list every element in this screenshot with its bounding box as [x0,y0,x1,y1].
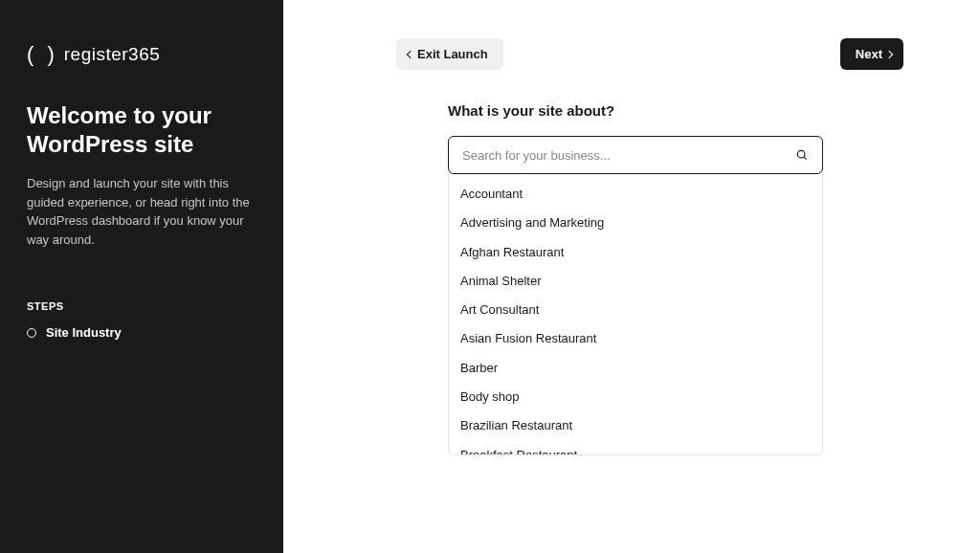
prompt-heading: What is your site about? [448,102,823,119]
dropdown-option[interactable]: Asian Fusion Restaurant [449,324,822,353]
top-bar: Exit Launch Next [396,38,903,70]
logo-mark-icon: ( ) [27,42,58,67]
dropdown-option[interactable]: Breakfast Restaurant [449,441,822,455]
steps-heading: STEPS [27,300,256,312]
dropdown-option[interactable]: Animal Shelter [449,267,822,296]
step-item-site-industry[interactable]: Site Industry [27,325,256,340]
search-input[interactable] [462,148,795,163]
step-radio-icon [27,328,36,338]
svg-line-1 [804,157,807,160]
content-area: What is your site about? Accountant Adve… [448,102,823,455]
brand-logo: ( ) register365 [27,42,256,67]
dropdown-option[interactable]: Barber [449,354,822,383]
exit-launch-button[interactable]: Exit Launch [396,38,503,70]
welcome-description: Design and launch your site with this gu… [27,174,256,249]
chevron-right-icon [885,50,893,57]
dropdown-option[interactable]: Advertising and Marketing [449,209,822,237]
search-field-wrapper[interactable] [448,136,823,174]
dropdown-option[interactable]: Accountant [449,174,822,209]
welcome-title: Welcome to your WordPress site [27,101,256,159]
next-label: Next [856,47,882,61]
dropdown-option[interactable]: Brazilian Restaurant [449,411,822,440]
main-panel: Exit Launch Next What is your site about… [283,0,980,553]
sidebar: ( ) register365 Welcome to your WordPres… [0,0,283,553]
industry-dropdown[interactable]: Accountant Advertising and Marketing Afg… [448,174,823,455]
search-icon [795,148,809,162]
logo-text: register365 [64,44,161,65]
exit-label: Exit Launch [417,47,488,61]
step-label: Site Industry [46,325,122,340]
svg-point-0 [797,150,805,158]
chevron-left-icon [407,50,414,57]
next-button[interactable]: Next [840,38,903,70]
dropdown-option[interactable]: Body shop [449,383,822,411]
dropdown-option[interactable]: Afghan Restaurant [449,238,822,267]
dropdown-option[interactable]: Art Consultant [449,296,822,324]
